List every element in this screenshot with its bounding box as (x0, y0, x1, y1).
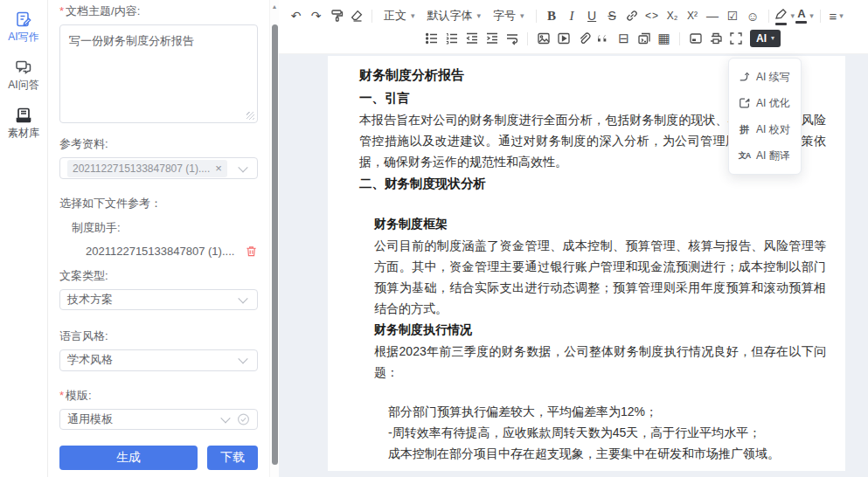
highlight-color-button[interactable]: ▾ (774, 5, 795, 26)
divider-block-icon[interactable]: ⊟ (614, 28, 634, 49)
inline-code-icon[interactable]: <> (642, 5, 663, 26)
format-painter-icon[interactable] (326, 5, 346, 26)
toolbar-row-2: ⊟ ▦ AI▾ (286, 27, 863, 50)
bullet-list-icon[interactable] (421, 28, 441, 49)
doc-block (359, 383, 826, 401)
generate-button[interactable]: 生成 (59, 446, 198, 470)
doc-block: 根据2023年前三季度的财务数据，公司整体财务制度执行情况良好，但存在以下问题： (374, 341, 826, 383)
tag-close-icon[interactable]: × (215, 162, 222, 174)
menu-item-ai-continue[interactable]: AI 续写 (729, 64, 801, 90)
doc-block: 财务制度执行情况 (374, 319, 826, 341)
toolbar-row-1: ↶ ↷ 正文▾ 默认字体▾ 字号▾ B I U S <> X₂ X² ― ☑ ☺ (286, 4, 863, 27)
menu-item-ai-optimize[interactable]: AI 优化 (729, 90, 801, 116)
reference-label: 参考资料: (59, 137, 258, 151)
indent-icon[interactable] (482, 28, 502, 49)
topic-label: *文档主题/内容: (59, 4, 258, 18)
library-icon (15, 107, 32, 124)
paragraph-style-dropdown[interactable]: 正文▾ (378, 5, 421, 26)
link-icon[interactable] (622, 5, 642, 26)
editor-toolbar: ↶ ↷ 正文▾ 默认字体▾ 字号▾ B I U S <> X₂ X² ― ☑ ☺ (279, 0, 868, 54)
toolbar-separator (372, 10, 372, 23)
download-button[interactable]: 下载 (207, 446, 258, 470)
font-family-dropdown[interactable]: 默认字体▾ (421, 5, 488, 26)
chevron-down-icon: ▾ (477, 12, 482, 20)
highlight-pen-icon (774, 7, 788, 25)
toolbar-separator (679, 32, 680, 45)
ordered-list-icon[interactable] (441, 28, 462, 49)
panel-scrollbar[interactable]: ▲ (269, 0, 279, 477)
code-block-icon[interactable] (634, 28, 654, 49)
style-select[interactable]: 学术风格 (59, 349, 258, 370)
template-label: *模版: (59, 389, 258, 403)
ai-tools-button[interactable]: AI▾ (750, 30, 781, 47)
sidebar-item-ai-qa[interactable]: AI问答 (8, 59, 38, 93)
strikethrough-icon[interactable]: S (602, 5, 622, 26)
sidebar-item-label: AI问答 (8, 78, 38, 93)
bold-icon[interactable]: B (542, 5, 562, 26)
chevron-down-icon: ▾ (771, 35, 774, 42)
editor-area: ↶ ↷ 正文▾ 默认字体▾ 字号▾ B I U S <> X₂ X² ― ☑ ☺ (279, 0, 868, 477)
subscript-icon[interactable]: X₂ (663, 5, 683, 26)
clear-format-icon[interactable] (346, 5, 366, 26)
chevron-down-icon: ▾ (809, 12, 814, 20)
doc-block: 部分部门预算执行偏差较大，平均偏差率为12%； (388, 401, 826, 422)
form-actions: 生成 下载 (59, 446, 258, 470)
doc-block: 二、财务制度现状分析 (359, 172, 826, 195)
ai-translate-icon: 文A (738, 150, 751, 162)
reference-select[interactable]: 2021122715133847807 (1).... × (59, 157, 258, 178)
insert-video-icon[interactable] (553, 28, 573, 49)
sidebar-item-ai-write[interactable]: AI写作 (8, 10, 38, 45)
print-icon[interactable] (705, 28, 726, 49)
underline-icon[interactable]: U (582, 5, 602, 26)
superscript-icon[interactable]: X² (683, 5, 703, 26)
fullscreen-icon[interactable] (726, 28, 746, 49)
style-label: 语言风格: (59, 329, 258, 343)
topic-textarea[interactable]: 写一份财务制度分析报告 (59, 24, 258, 123)
file-group-label: 制度助手: (72, 220, 258, 236)
align-icon: ≡ (829, 9, 837, 24)
attachment-icon[interactable] (573, 28, 594, 49)
horizontal-rule-icon[interactable]: ― (703, 5, 723, 26)
ai-qa-icon (15, 59, 32, 76)
scroll-up-icon[interactable]: ▲ (272, 3, 278, 10)
delete-file-icon[interactable] (245, 245, 258, 258)
toolbar-separator (820, 10, 821, 23)
toolbar-separator (527, 32, 528, 45)
sidebar-item-label: 素材库 (8, 126, 39, 141)
doc-type-select[interactable]: 技术方案 (59, 289, 258, 310)
insert-image-icon[interactable] (533, 28, 553, 49)
ai-continue-icon (738, 71, 751, 83)
line-break-icon[interactable] (502, 28, 522, 49)
template-select[interactable]: 通用模板 (59, 409, 258, 430)
sidebar-item-library[interactable]: 素材库 (8, 107, 39, 141)
sidebar-item-label: AI写作 (8, 30, 38, 45)
generation-form: *文档主题/内容: 写一份财务制度分析报告 参考资料: 202112271513… (48, 0, 269, 477)
outdent-icon[interactable] (462, 28, 482, 49)
page-setup-icon[interactable] (685, 28, 705, 49)
menu-item-ai-proofread[interactable]: 拼 AI 校对 (729, 116, 801, 142)
toolbar-separator (768, 10, 769, 23)
toolbar-separator (536, 10, 537, 23)
doc-block: 公司目前的制度涵盖了资金管理、成本控制、预算管理、核算与报告、风险管理等方面。其… (374, 235, 826, 319)
undo-icon[interactable]: ↶ (286, 5, 306, 26)
doc-block: 成本控制在部分项目中存在超支现象，主要集中在研发和市场推广领域。 (388, 443, 826, 464)
table-icon[interactable]: ▦ (654, 28, 674, 49)
emoji-icon[interactable]: ☺ (743, 5, 763, 26)
font-size-dropdown[interactable]: 字号▾ (487, 5, 531, 26)
menu-item-ai-translate[interactable]: 文A AI 翻译 (729, 142, 801, 169)
doc-block: -周转效率有待提高，应收账款周转天数为45天，高于行业平均水平； (388, 422, 826, 443)
redo-icon[interactable]: ↷ (306, 5, 326, 26)
ai-write-icon (15, 10, 32, 28)
checkbox-icon[interactable]: ☑ (723, 5, 743, 26)
italic-icon[interactable]: I (562, 5, 582, 26)
doc-block (359, 195, 826, 213)
scrollbar-thumb[interactable] (272, 24, 278, 465)
template-check-icon (237, 412, 250, 425)
align-button[interactable]: ≡▾ (826, 5, 846, 26)
ai-optimize-icon (738, 97, 751, 109)
font-color-button[interactable]: A ▾ (795, 5, 815, 26)
blockquote-icon[interactable] (594, 28, 614, 49)
font-color-icon: A (795, 8, 807, 24)
chevron-down-icon: ▾ (839, 12, 844, 20)
file-row: 2021122715133847807 (1).... (86, 245, 258, 258)
